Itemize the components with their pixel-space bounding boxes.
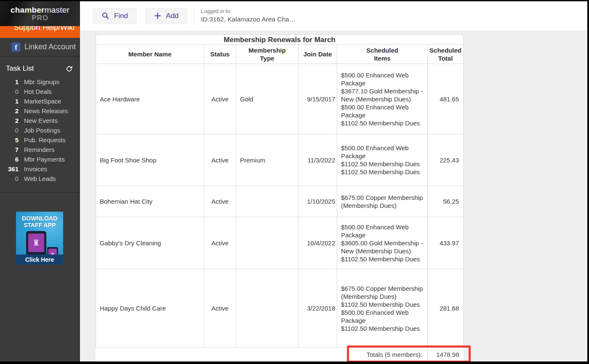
totals-label: Totals (5 members): bbox=[337, 348, 428, 362]
sidebar-item-pub-requests[interactable]: 5Pub. Requests bbox=[0, 135, 80, 145]
member-name-cell: Bohemian Hat City bbox=[96, 186, 204, 217]
task-list: 1Mbr Signups 0Hot Deals 1MarketSpace 2Ne… bbox=[0, 77, 80, 183]
facebook-icon: f bbox=[11, 43, 21, 52]
task-count: 2 bbox=[0, 117, 19, 124]
sidebar-item-invoices[interactable]: 361Invoices bbox=[0, 164, 80, 174]
task-count: 6 bbox=[0, 156, 19, 163]
task-label: Web Leads bbox=[24, 175, 56, 182]
add-button[interactable]: Add bbox=[145, 8, 187, 24]
app-logo: chambermaster PRO bbox=[0, 1, 80, 26]
task-count: 361 bbox=[0, 165, 19, 173]
join-date-cell: 9/15/2017 bbox=[298, 64, 337, 134]
membership-renewals-table: Membership Renewals for March Member Nam… bbox=[96, 35, 464, 361]
column-header-member-name: Member Name bbox=[96, 45, 204, 64]
sidebar-item-support-help-wiki[interactable]: Support Help/Wiki bbox=[0, 26, 80, 38]
table-title: Membership Renewals for March bbox=[96, 35, 464, 45]
task-label: Mbr Signups bbox=[24, 78, 59, 85]
sidebar: chambermaster PRO Support Help/Wiki f Li… bbox=[0, 1, 80, 361]
task-count: 2 bbox=[0, 107, 19, 114]
task-label: MarketSpace bbox=[24, 98, 61, 105]
task-count: 5 bbox=[0, 136, 19, 143]
scheduled-items-cell: $675.00 Copper Membership (Membership Du… bbox=[337, 269, 428, 348]
task-label: Job Postings bbox=[24, 127, 60, 134]
member-name-cell: Happy Days Child Care bbox=[96, 269, 204, 348]
totals-row: Totals (5 members): 1478.98 bbox=[96, 348, 464, 362]
banner-click-here[interactable]: Click Here bbox=[16, 255, 63, 265]
scheduled-total-cell: 225.43 bbox=[428, 134, 464, 186]
totals-value: 1478.98 bbox=[428, 348, 464, 362]
sidebar-item-mbr-payments[interactable]: 6Mbr Payments bbox=[0, 154, 80, 164]
column-header-join-date: Join Date bbox=[298, 45, 337, 64]
status-cell: Active bbox=[204, 134, 236, 186]
table-row: Ace Hardware Active Gold 9/15/2017 $500.… bbox=[96, 64, 464, 134]
membership-type-cell: Premium bbox=[236, 134, 298, 186]
find-button-label: Find bbox=[114, 12, 128, 20]
table-row: Happy Days Child Care Active 3/22/2018 $… bbox=[96, 269, 464, 348]
find-button[interactable]: Find bbox=[93, 8, 137, 24]
status-cell: Active bbox=[204, 186, 236, 217]
scheduled-total-cell: 481.65 bbox=[428, 64, 464, 134]
sidebar-item-news-releases[interactable]: 2News Releases bbox=[0, 106, 80, 116]
staff-app-banner[interactable]: DOWNLOAD STAFF APP ♜ ♜ Click Here bbox=[16, 212, 63, 265]
task-label: News Releases bbox=[24, 107, 68, 114]
member-name-cell: Gabby's Dry Cleaning bbox=[96, 217, 204, 269]
column-header-membership-type: Membership Type bbox=[236, 45, 298, 64]
scheduled-items-cell: $500.00 Enhanced Web Package $3677.10 Go… bbox=[337, 64, 428, 134]
task-label: Pub. Requests bbox=[24, 136, 65, 143]
task-list-title: Task List bbox=[6, 64, 34, 73]
sidebar-divider bbox=[0, 193, 80, 194]
scheduled-total-cell: 433.97 bbox=[428, 217, 464, 269]
status-cell: Active bbox=[204, 64, 236, 134]
linked-account-label: Linked Account bbox=[24, 43, 76, 51]
task-label: Mbr Payments bbox=[24, 156, 65, 163]
sidebar-item-job-postings[interactable]: 0Job Postings bbox=[0, 125, 80, 135]
task-count: 1 bbox=[0, 78, 19, 85]
scheduled-total-cell: 56.25 bbox=[428, 186, 464, 217]
join-date-cell: 10/4/2022 bbox=[298, 217, 337, 269]
logo-chamber: chamber bbox=[11, 5, 45, 14]
sidebar-item-mbr-signups[interactable]: 1Mbr Signups bbox=[0, 77, 80, 87]
task-label: Hot Deals bbox=[24, 88, 52, 95]
column-header-scheduled-total: Scheduled Total bbox=[428, 45, 464, 64]
sidebar-item-web-leads[interactable]: 0Web Leads bbox=[0, 174, 80, 183]
logo-master: master bbox=[45, 5, 69, 14]
task-count: 0 bbox=[0, 127, 19, 134]
table-header-row: Member Name Status Membership Type Join … bbox=[96, 45, 464, 64]
member-name-cell: Ace Hardware bbox=[96, 64, 204, 134]
task-count: 0 bbox=[0, 175, 19, 182]
task-count: 1 bbox=[0, 98, 19, 105]
logged-in-caption: Logged in to: bbox=[201, 8, 296, 15]
sidebar-item-linked-account[interactable]: f Linked Account bbox=[0, 38, 80, 57]
scheduled-total-cell: 281.68 bbox=[428, 269, 464, 348]
banner-title: DOWNLOAD STAFF APP bbox=[16, 215, 63, 228]
sidebar-item-hot-deals[interactable]: 0Hot Deals bbox=[0, 87, 80, 96]
join-date-cell: 1/10/2025 bbox=[298, 186, 337, 217]
task-list-header: Task List bbox=[0, 64, 80, 73]
sidebar-item-new-events[interactable]: 2New Events bbox=[0, 116, 80, 125]
membership-type-cell bbox=[236, 269, 298, 348]
sidebar-item-reminders[interactable]: 7Reminders bbox=[0, 145, 80, 154]
content-area: Membership Renewals for March Member Nam… bbox=[80, 30, 587, 361]
join-date-cell: 3/22/2018 bbox=[298, 269, 337, 348]
topbar: Find Add Logged in to: ID:3162, Kalamazo… bbox=[80, 1, 587, 30]
support-help-wiki-label: Support Help/Wiki bbox=[14, 26, 80, 32]
plus-icon bbox=[154, 12, 161, 19]
app-window: chambermaster PRO Support Help/Wiki f Li… bbox=[0, 1, 587, 361]
membership-type-cell bbox=[236, 217, 298, 269]
refresh-icon[interactable] bbox=[65, 65, 73, 73]
task-count: 0 bbox=[0, 88, 19, 95]
join-date-cell: 11/3/2022 bbox=[298, 134, 337, 186]
scheduled-items-cell: $500.00 Enhanced Web Package $3605.00 Go… bbox=[337, 217, 428, 269]
column-header-scheduled-items: Scheduled Items bbox=[337, 45, 428, 64]
task-count: 7 bbox=[0, 146, 19, 153]
main-area: Find Add Logged in to: ID:3162, Kalamazo… bbox=[80, 1, 587, 361]
totals-spacer bbox=[96, 348, 337, 362]
task-label: Invoices bbox=[24, 165, 47, 173]
table-row: Bohemian Hat City Active 1/10/2025 $675.… bbox=[96, 186, 464, 217]
logged-in-info: Logged in to: ID:3162, Kalamazoo Area Ch… bbox=[201, 8, 296, 23]
member-name-cell: Big Foot Shoe Shop bbox=[96, 134, 204, 186]
status-cell: Active bbox=[204, 217, 236, 269]
app-logo-text: chambermaster bbox=[0, 5, 80, 15]
status-cell: Active bbox=[204, 269, 236, 348]
sidebar-item-marketspace[interactable]: 1MarketSpace bbox=[0, 96, 80, 106]
